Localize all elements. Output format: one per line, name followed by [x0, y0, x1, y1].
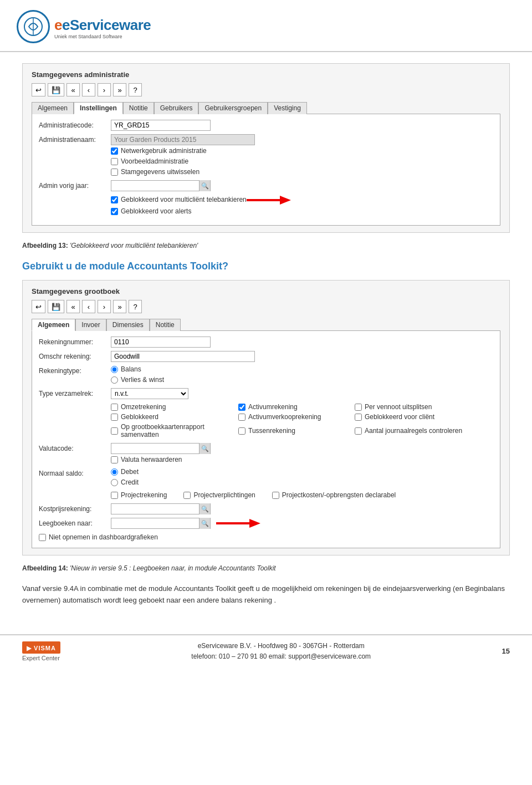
radio-balans[interactable]	[111, 366, 118, 373]
toolbar-grootboek: ↩ 💾 « ‹ › » ?	[32, 300, 500, 313]
checkbox-alerts-label: Geblokkeerd voor alerts	[121, 207, 191, 215]
tab-instellingen[interactable]: Instellingen	[74, 102, 123, 114]
nav-start-button-2[interactable]: «	[66, 300, 80, 313]
save-button-2[interactable]: 💾	[48, 300, 64, 313]
type-verzamelrek-select[interactable]: n.v.t.	[111, 388, 188, 399]
caption2-italic: 'Nieuw in versie 9.5 : Leegboeken naar, …	[70, 564, 276, 572]
admin-prev-input[interactable]	[111, 182, 199, 190]
cb-activumverkooprekening-label: Activumverkooprekening	[248, 413, 321, 421]
tab-invoer[interactable]: Invoer	[75, 319, 106, 331]
admin-code-input[interactable]	[111, 120, 211, 131]
cb-activumrekening[interactable]	[238, 404, 245, 411]
project-checkboxes: Projectrekening Projectverplichtingen Pr…	[111, 491, 396, 500]
checkbox-alerts[interactable]	[111, 208, 118, 215]
logo-icon	[17, 10, 50, 43]
cb-omzetrekening-row: Omzetrekening	[111, 403, 233, 411]
cb-journaalregels-row: Aantal journaalregels controleren	[355, 423, 466, 439]
cb-valuta-herwaarderen[interactable]	[111, 456, 118, 463]
form-row-valutacode: Valutacode: 🔍 Valuta herwaarderen	[39, 443, 493, 465]
radio-verlies[interactable]	[111, 376, 118, 384]
help-button[interactable]: ?	[129, 83, 142, 96]
kostprijsrekening-input[interactable]	[111, 505, 199, 513]
cb-projectrekening[interactable]	[111, 492, 118, 499]
admin-prev-label: Admin vorig jaar:	[39, 180, 111, 190]
cb-valuta-herwaarderen-row: Valuta herwaarderen	[111, 456, 211, 463]
cb-niet-opnemen-row: Niet opnemen in dashboardgrafieken	[39, 533, 493, 541]
leegboeken-search-button[interactable]: 🔍	[199, 518, 210, 529]
admin-prev-search-button[interactable]: 🔍	[199, 180, 210, 191]
cb-tussenrekening[interactable]	[238, 427, 245, 435]
nav-end-button-2[interactable]: »	[113, 300, 126, 313]
admin-name-input[interactable]	[111, 134, 255, 145]
footer-company: eServiceware B.V. - Hoofdweg 80 - 3067GH…	[191, 641, 371, 651]
cb-journaalregels[interactable]	[355, 427, 362, 435]
rekeningnummer-input[interactable]	[111, 337, 211, 348]
undo-button[interactable]: ↩	[32, 83, 45, 96]
leegboeken-field: 🔍	[111, 518, 211, 529]
leegboeken-input[interactable]	[111, 519, 199, 527]
checkbox-netwerkgebruik-label: Netwerkgebruik administratie	[121, 147, 207, 155]
kostprijsrekening-search-button[interactable]: 🔍	[199, 503, 210, 514]
omschr-label: Omschr rekening:	[39, 351, 111, 360]
help-button-2[interactable]: ?	[129, 300, 142, 313]
checkbox-telebankieren[interactable]	[111, 196, 118, 203]
radio-debet-row: Debet	[111, 468, 396, 476]
cb-per-vennoot[interactable]	[355, 404, 362, 411]
form-row-rekeningtype: Rekeningtype: Balans Verlies & winst	[39, 365, 493, 385]
cb-activumverkooprekening[interactable]	[238, 414, 245, 421]
cb-geblokkeerd-client[interactable]	[355, 414, 362, 421]
tab-vestiging[interactable]: Vestiging	[268, 102, 307, 114]
checkbox-voorbeeldadmin-label: Voorbeeldadministratie	[121, 157, 188, 165]
cb-projectverplichting-row: Projectverplichtingen	[183, 491, 255, 499]
tab-algemeen[interactable]: Algemeen	[32, 102, 74, 114]
tab-notitie-2[interactable]: Notitie	[150, 319, 181, 331]
cb-omzetrekening[interactable]	[111, 404, 118, 411]
tab-dimensies[interactable]: Dimensies	[106, 319, 150, 331]
nav-next-button[interactable]: ›	[98, 83, 111, 96]
tab-gebruikersgroepen[interactable]: Gebruikersgroepen	[198, 102, 268, 114]
nav-next-button-2[interactable]: ›	[98, 300, 111, 313]
svg-marker-2	[247, 196, 291, 205]
undo-button-2[interactable]: ↩	[32, 300, 45, 313]
radio-debet-label: Debet	[121, 468, 139, 476]
tab-content-grootboek: Rekeningnummer: Omschr rekening: Rekenin…	[32, 330, 500, 548]
omschr-input[interactable]	[111, 351, 255, 362]
cb-niet-opnemen-label: Niet opnemen in dashboardgrafieken	[49, 533, 158, 541]
type-verzamelrek-label: Type verzamelrek:	[39, 388, 111, 397]
admin-code-label: Administratiecode:	[39, 120, 111, 129]
nav-prev-button[interactable]: ‹	[82, 83, 95, 96]
logo-subtext: Uniek met Standaard Software	[54, 34, 151, 39]
tab-algemeen-2[interactable]: Algemeen	[32, 319, 75, 331]
cb-projectverplichting-label: Projectverplichtingen	[193, 491, 255, 499]
save-button[interactable]: 💾	[48, 83, 64, 96]
header: eeServiceware Uniek met Standaard Softwa…	[0, 0, 532, 52]
checkbox-voorbeeldadmin[interactable]	[111, 158, 118, 165]
radio-verlies-label: Verlies & winst	[121, 376, 164, 384]
cb-projectkosten-label: Projectkosten/-opbrengsten declarabel	[282, 491, 396, 499]
checkbox-stamgegevens[interactable]	[111, 169, 118, 176]
tab-gebruikers[interactable]: Gebruikers	[154, 102, 199, 114]
telebankieren-fields: Geblokkeerd voor multicliënt telebankier…	[111, 195, 291, 216]
tab-notitie[interactable]: Notitie	[123, 102, 154, 114]
cb-projectverplichting[interactable]	[183, 492, 191, 499]
normaal-saldo-label: Normaal saldo:	[39, 468, 111, 477]
checkbox-netwerkgebruik[interactable]	[111, 147, 118, 155]
cb-activumrekening-row: Activumrekening	[238, 403, 349, 411]
kostprijsrekening-field: 🔍	[111, 503, 211, 514]
cb-geblokkeerd[interactable]	[111, 414, 118, 421]
cb-samenvatten[interactable]	[111, 427, 118, 435]
radio-credit[interactable]	[111, 479, 118, 486]
body-text: Vanaf versie 9.4A in combinatie met de m…	[22, 583, 510, 606]
cb-niet-opnemen[interactable]	[39, 534, 46, 541]
nav-start-button[interactable]: «	[66, 83, 80, 96]
valutacode-search-button[interactable]: 🔍	[199, 443, 210, 454]
admin-name-fields: Netwerkgebruik administratie Voorbeeldad…	[111, 134, 255, 177]
cb-geblokkeerd-row: Geblokkeerd	[111, 413, 233, 421]
cb-projectkosten[interactable]	[272, 492, 279, 499]
rekeningtype-label: Rekeningtype:	[39, 365, 111, 375]
valutacode-input[interactable]	[111, 445, 199, 452]
cb-geblokkeerd-client-row: Geblokkeerd voor cliënt	[355, 413, 466, 421]
nav-end-button[interactable]: »	[113, 83, 126, 96]
nav-prev-button-2[interactable]: ‹	[82, 300, 95, 313]
radio-debet[interactable]	[111, 468, 118, 476]
